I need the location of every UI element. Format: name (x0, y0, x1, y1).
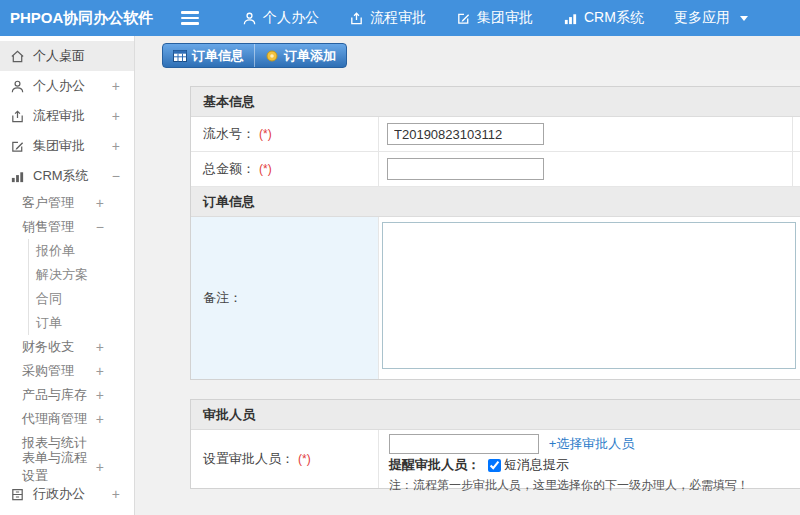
sidebar-item-label: 个人桌面 (33, 47, 85, 65)
expand-icon: + (96, 412, 104, 426)
form-row-serial-number: 流水号： (*) 名 (191, 117, 800, 152)
sidebar-item-label: 产品与库存 (22, 386, 87, 404)
topnav-personal-office[interactable]: 个人办公 (227, 0, 334, 36)
expand-icon: + (112, 487, 120, 501)
expand-icon: + (112, 109, 120, 123)
remark-label-cell: 备注： (191, 217, 378, 379)
set-approver-label: 设置审批人员： (203, 450, 294, 468)
app-window: PHPOA协同办公软件 个人办公 流程审批 集团审批 (0, 0, 800, 515)
sidebar-item-solution[interactable]: 解决方案 (28, 263, 134, 287)
user-icon (10, 79, 25, 94)
sidebar-item-crm-system[interactable]: CRM系统 − (0, 161, 134, 191)
topnav-crm-system[interactable]: CRM系统 (548, 0, 659, 36)
expand-icon: + (96, 196, 104, 210)
approver-note: 注：流程第一步审批人员，这里选择你的下一级办理人，必需填写！ (389, 477, 800, 494)
form-row-total-amount: 总金额： (*) 签 (191, 152, 800, 187)
nav-label: 更多应用 (674, 9, 730, 27)
sidebar: 个人桌面 个人办公 + 流程审批 + 集团审批 (0, 36, 135, 515)
edit-icon (10, 139, 25, 154)
topnav-workflow-approval[interactable]: 流程审批 (334, 0, 441, 36)
edit-icon (456, 11, 471, 26)
tab-order-info[interactable]: 订单信息 (163, 44, 254, 67)
total-amount-input[interactable] (387, 158, 544, 180)
serial-number-input[interactable] (387, 123, 544, 145)
nav-label: 个人办公 (263, 9, 319, 27)
sidebar-item-label: 表单与流程设置 (22, 449, 96, 485)
main-content: 订单信息 订单添加 基本信息 流水号： (135, 36, 800, 515)
approver-input[interactable] (389, 434, 539, 454)
sidebar-item-contract[interactable]: 合同 (28, 287, 134, 311)
form-row-approver: 设置审批人员： (*) +选择审批人员 提醒审批人员： 短消息提示 (191, 430, 800, 488)
topnav-more-apps[interactable]: 更多应用 (659, 0, 763, 36)
expand-icon: + (112, 139, 120, 153)
remind-approver-label: 提醒审批人员： (389, 456, 480, 474)
nav-label: 流程审批 (370, 9, 426, 27)
collapse-icon: − (96, 220, 104, 234)
remind-line: 提醒审批人员： 短消息提示 (389, 456, 800, 474)
sidebar-item-label: 订单 (36, 314, 62, 332)
sidebar-item-label: 采购管理 (22, 362, 74, 380)
chart-icon (563, 11, 578, 26)
chart-icon (10, 169, 25, 184)
sms-notify-label: 短消息提示 (504, 456, 569, 474)
sidebar-item-personal-desktop[interactable]: 个人桌面 (0, 41, 134, 71)
sidebar-item-label: 代理商管理 (22, 410, 87, 428)
sms-notify-checkbox[interactable] (488, 459, 501, 472)
sidebar-item-label: 财务收支 (22, 338, 74, 356)
remark-label: 备注： (203, 289, 242, 307)
topnav-group-approval[interactable]: 集团审批 (441, 0, 548, 36)
building-icon (10, 487, 25, 502)
top-navigation: 个人办公 流程审批 集团审批 CRM系统 更多应用 (227, 0, 763, 36)
top-bar: PHPOA协同办公软件 个人办公 流程审批 集团审批 (0, 0, 800, 36)
sidebar-item-label: 流程审批 (33, 107, 85, 125)
expand-icon: + (96, 460, 104, 474)
sidebar-item-label: 报价单 (36, 242, 75, 260)
sidebar-item-purchase-mgmt[interactable]: 采购管理 + (0, 359, 134, 383)
field-value-cell (378, 152, 792, 186)
app-title: PHPOA协同办公软件 (0, 9, 135, 28)
required-marker: (*) (259, 127, 272, 141)
remark-textarea[interactable] (382, 222, 796, 369)
sidebar-item-personal-office[interactable]: 个人办公 + (0, 71, 134, 101)
sidebar-item-workflow-approval[interactable]: 流程审批 + (0, 101, 134, 131)
sidebar-item-sales-mgmt[interactable]: 销售管理 − (0, 215, 134, 239)
tab-order-add[interactable]: 订单添加 (254, 44, 346, 67)
approver-input-line: +选择审批人员 (389, 434, 800, 454)
field-label: 设置审批人员： (*) (191, 430, 378, 488)
section-header-basic-info: 基本信息 (191, 87, 800, 117)
sidebar-item-label: 解决方案 (36, 266, 88, 284)
sidebar-item-label: 客户管理 (22, 194, 74, 212)
sidebar-item-product-inventory[interactable]: 产品与库存 + (0, 383, 134, 407)
serial-number-label: 流水号： (203, 125, 255, 143)
section-header-approver: 审批人员 (191, 400, 800, 430)
section-header-order-info: 订单信息 (191, 187, 800, 217)
required-marker: (*) (259, 162, 272, 176)
field-value-cell (378, 117, 792, 151)
sidebar-item-label: CRM系统 (33, 167, 89, 185)
select-approver-link[interactable]: +选择审批人员 (549, 436, 635, 451)
sidebar-item-order[interactable]: 订单 (28, 311, 134, 335)
sidebar-item-agent-mgmt[interactable]: 代理商管理 + (0, 407, 134, 431)
sidebar-item-quotation[interactable]: 报价单 (28, 239, 134, 263)
menu-icon[interactable] (181, 11, 199, 25)
sidebar-item-label: 个人办公 (33, 77, 85, 95)
form-area: 基本信息 流水号： (*) 名 总金额： (135, 70, 800, 489)
expand-icon: + (112, 79, 120, 93)
sidebar-item-label: 合同 (36, 290, 62, 308)
form-row-remark: 备注： (191, 217, 800, 379)
sidebar-item-customer-mgmt[interactable]: 客户管理 + (0, 191, 134, 215)
nav-label: CRM系统 (584, 9, 644, 27)
sidebar-item-group-approval[interactable]: 集团审批 + (0, 131, 134, 161)
nav-label: 集团审批 (477, 9, 533, 27)
tab-label: 订单信息 (192, 47, 244, 65)
approver-panel: 审批人员 设置审批人员： (*) +选择审批人员 提醒 (190, 399, 800, 489)
clipped-side-label: 签 (792, 152, 800, 186)
required-marker: (*) (298, 452, 311, 466)
field-label: 流水号： (*) (191, 117, 378, 151)
sidebar-item-finance[interactable]: 财务收支 + (0, 335, 134, 359)
total-amount-label: 总金额： (203, 160, 255, 178)
sidebar-item-form-workflow-settings[interactable]: 表单与流程设置 + (0, 455, 134, 479)
tab-label: 订单添加 (284, 47, 336, 65)
clipped-side-label: 名 (792, 117, 800, 151)
tab-group: 订单信息 订单添加 (162, 43, 347, 68)
